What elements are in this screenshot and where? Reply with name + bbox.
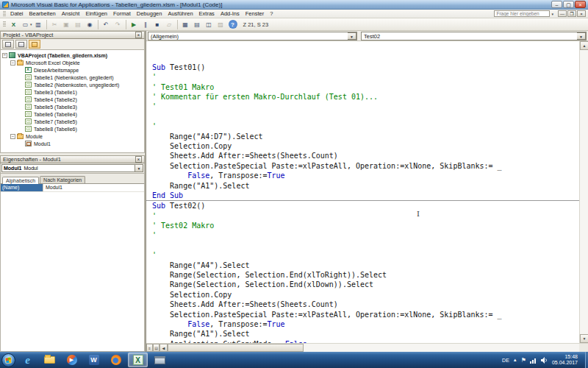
code-editor[interactable]: Sub Test01()'' Test01 Makro' Kommentar f… [146,41,579,343]
language-indicator[interactable]: DE [502,358,509,363]
tree-item-9[interactable]: Tabelle7 (Tabelle5) [1,118,144,125]
object-dropdown-icon[interactable]: ▼ [348,32,356,40]
view-microsoft-excel-button[interactable]: X [8,19,19,29]
menu-item-11[interactable]: ? [267,10,276,18]
object-browser-button[interactable]: ◫ [204,19,215,29]
project-explorer-button[interactable]: ▦ [180,19,191,29]
property-name-cell[interactable]: (Name) [1,184,43,191]
tree-item-7[interactable]: Tabelle5 (Tabelle3) [1,103,144,110]
tree-item-2[interactable]: DieseArbeitsmappe [1,66,144,74]
procedure-dropdown-icon[interactable]: ▼ [577,32,586,40]
tree-item-3[interactable]: Tabelle1 (Nebenkosten, gegliedert) [1,74,144,81]
show-hidden-icons-icon[interactable]: ▲ [513,358,517,362]
paste-button[interactable]: ▤ [73,19,84,29]
app-window-icon[interactable] [150,353,170,367]
properties-selector-dropdown-icon[interactable]: ▼ [135,164,143,172]
tab-nach-kategorien[interactable]: Nach Kategorien [40,176,85,183]
properties-window-button[interactable]: ▤ [192,19,203,29]
horizontal-scrollbar[interactable]: ≡ ▤ ◀ [146,343,588,352]
mdi-minimize-button[interactable]: — [558,10,567,17]
break-button[interactable]: ∥ [140,19,151,29]
view-code-button[interactable] [2,40,14,49]
taskbar-clock[interactable]: 15:48 05.04.2017 [552,354,578,366]
tab-alphabetisch[interactable]: Alphabetisch [2,177,39,184]
speaker-icon[interactable] [541,357,548,364]
menu-item-4[interactable]: Einfügen [82,10,110,18]
reset-button[interactable]: ■ [152,19,163,29]
help-question-input[interactable]: Frage hier eingeben [494,10,550,17]
tree-expander-icon[interactable]: − [2,53,7,58]
vertical-scrollbar[interactable]: ▲ ▼ [579,41,588,343]
menu-item-3[interactable]: Ansicht [59,10,83,18]
menu-item-10[interactable]: Fenster [243,10,267,18]
insert-userform-button-dropdown-icon[interactable]: ▾ [30,22,32,26]
design-mode-button[interactable]: ▱ [164,19,175,29]
tree-expander-icon[interactable]: − [10,134,15,139]
network-icon[interactable] [530,357,537,364]
menu-item-8[interactable]: Extras [196,10,218,18]
full-module-view-button[interactable]: ▤ [153,344,159,352]
property-value-cell[interactable]: Modul1 [43,184,144,191]
action-center-flag-icon[interactable]: ⚑ [521,357,526,364]
menu-item-9[interactable]: Add-Ins [218,10,243,18]
tree-item-6[interactable]: Tabelle4 (Tabelle2) [1,96,144,103]
tree-item-8[interactable]: Tabelle6 (Tabelle4) [1,110,144,118]
scroll-down-icon[interactable]: ▼ [580,334,588,343]
tree-item-10[interactable]: Tabelle8 (Tabelle6) [1,125,144,132]
show-desktop-button[interactable] [585,352,588,368]
undo-button[interactable]: ↶ [101,19,112,29]
windows-explorer-icon[interactable] [40,353,60,367]
tree-expander-icon[interactable]: − [10,60,15,66]
menu-item-6[interactable]: Debuggen [134,10,165,18]
tree-item-label: Tabelle7 (Tabelle5) [34,119,77,124]
scroll-up-icon[interactable]: ▲ [580,41,588,50]
menu-item-1[interactable]: Datei [7,10,26,18]
window-minimize-button[interactable]: – [551,1,562,8]
tree-item-0[interactable]: −VBAProject (Tabellen_gliedern.xlsm) [1,52,144,59]
toolbar-grip[interactable] [3,21,6,27]
run-button[interactable]: ▶ [129,19,140,29]
menu-grip[interactable] [3,11,6,17]
find-button[interactable]: ◉ [85,19,96,29]
start-button[interactable] [1,353,15,367]
procedure-view-button[interactable]: ≡ [146,344,153,352]
toggle-folders-button[interactable] [29,40,40,49]
view-object-button[interactable] [15,40,27,49]
redo-button[interactable]: ↷ [112,19,123,29]
internet-explorer-icon[interactable]: e [18,353,37,367]
toolbox-button[interactable]: ▨ [215,19,226,29]
tree-item-5[interactable]: Tabelle3 (Tabelle1) [1,88,144,96]
scroll-left-icon[interactable]: ◀ [159,344,168,352]
menu-item-5[interactable]: Format [110,10,134,18]
property-row-name[interactable]: (Name) Modul1 [1,184,144,192]
insert-userform-button[interactable]: ▭ [20,19,31,29]
mdi-restore-button[interactable]: ❐ [567,10,576,17]
window-maximize-button[interactable]: ▢ [563,1,574,8]
cut-button[interactable]: ✂ [49,19,60,29]
procedure-dropdown[interactable]: Test02 ▼ [361,32,587,40]
workbook-icon [25,67,32,73]
menu-item-7[interactable]: Ausführen [165,10,196,18]
save-button[interactable]: ▥ [33,19,44,29]
project-panel-close-icon[interactable]: × [135,32,142,38]
properties-panel-close-icon[interactable]: × [135,156,142,163]
window-close-button[interactable]: × [575,1,586,8]
word-icon[interactable]: W [84,353,104,367]
firefox-icon[interactable] [106,353,126,367]
media-player-icon[interactable]: ▶ [62,353,82,367]
tree-item-11[interactable]: −Module [1,132,144,140]
copy-button[interactable]: ▣ [61,19,72,29]
mdi-close-button[interactable]: × [577,10,586,17]
code-line-7: ' [152,121,579,131]
tree-item-12[interactable]: Modul1 [1,140,144,147]
properties-object-selector[interactable]: Modul1 Modul [1,164,135,172]
excel-icon[interactable]: X [128,353,148,367]
horizontal-scroll-thumb[interactable] [168,344,304,352]
help-dropdown-icon[interactable]: ▾ [550,12,555,16]
object-dropdown[interactable]: (Allgemein) ▼ [148,32,357,40]
tree-item-4[interactable]: Tabelle2 (Nebenkosten, ungegliedert) [1,81,144,88]
menu-item-2[interactable]: Bearbeiten [26,10,59,18]
toolbar-separator [126,20,126,29]
tree-item-1[interactable]: −Microsoft Excel Objekte [1,59,144,66]
help-button[interactable]: ? [229,20,237,29]
